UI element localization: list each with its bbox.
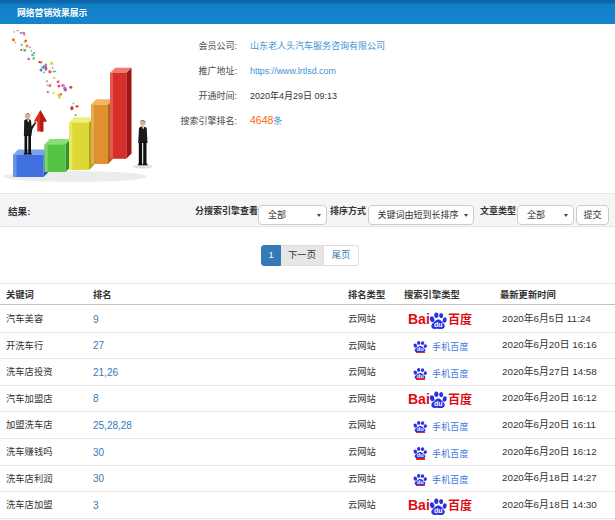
svg-text:du: du	[434, 321, 443, 328]
svg-text:du: du	[434, 400, 443, 407]
svg-text:du: du	[434, 507, 443, 514]
